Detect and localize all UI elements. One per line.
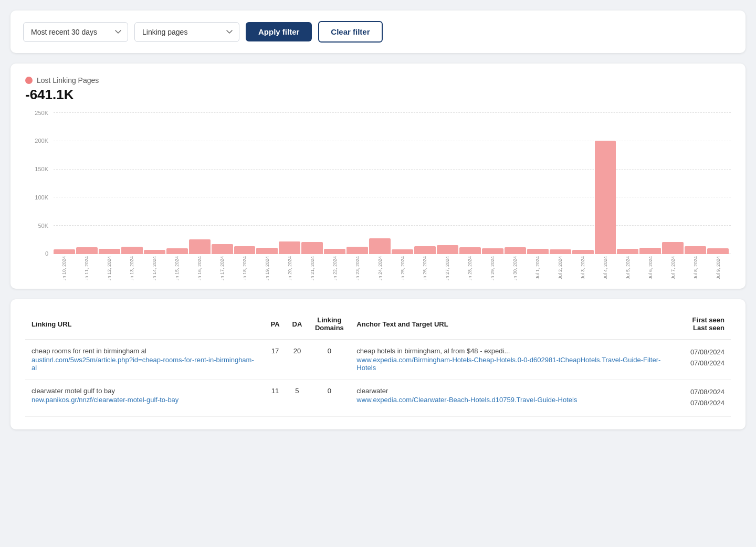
- x-label: Jun 16, 2024: [197, 256, 202, 280]
- bar-wrapper: [256, 112, 278, 254]
- cell-pa: 17: [264, 340, 286, 380]
- bar-wrapper: [572, 112, 594, 254]
- bar: [685, 246, 706, 254]
- url-link[interactable]: austinrl.com/5ws25m/article.php?id=cheap…: [32, 356, 258, 372]
- table-header: Linking URL PA DA Linking Domains Anchor…: [25, 312, 731, 340]
- x-label-wrapper: Jun 19, 2024: [256, 254, 278, 280]
- x-label-wrapper: Jun 13, 2024: [121, 254, 143, 280]
- x-label-wrapper: Jun 23, 2024: [346, 254, 368, 280]
- x-label-wrapper: Jun 17, 2024: [212, 254, 233, 280]
- cell-dates: 07/08/2024 07/08/2024: [684, 340, 731, 380]
- bar: [662, 242, 684, 254]
- x-label-wrapper: Jul 1, 2024: [527, 254, 549, 280]
- x-label: Jun 26, 2024: [422, 256, 427, 280]
- x-label: Jun 17, 2024: [219, 256, 225, 280]
- x-label-wrapper: Jun 18, 2024: [234, 254, 256, 280]
- x-label: Jul 3, 2024: [580, 256, 585, 279]
- bar: [707, 248, 729, 254]
- chart-legend: Lost Linking Pages: [25, 76, 731, 85]
- chart-card: Lost Linking Pages -641.1K 250K200K150K1…: [10, 64, 746, 289]
- col-header-anchor: Anchor Text and Target URL: [350, 312, 684, 340]
- time-range-select[interactable]: Most recent 30 daysLast 7 daysLast 90 da…: [23, 22, 128, 42]
- x-label: Jun 29, 2024: [490, 256, 495, 280]
- legend-label: Lost Linking Pages: [37, 76, 99, 85]
- x-label: Jun 21, 2024: [310, 256, 315, 280]
- bar-wrapper: [414, 112, 436, 254]
- x-label-wrapper: Jun 25, 2024: [392, 254, 413, 280]
- bar-wrapper: [459, 112, 481, 254]
- table-body: cheap rooms for rent in birmingham al au…: [25, 340, 731, 417]
- x-label-wrapper: Jul 4, 2024: [595, 254, 616, 280]
- clear-filter-button[interactable]: Clear filter: [318, 21, 382, 43]
- bar: [414, 246, 436, 254]
- header-last-seen: Last seen: [690, 324, 724, 332]
- bar: [617, 249, 638, 254]
- bar-wrapper: [212, 112, 233, 254]
- bar-wrapper: [144, 112, 165, 254]
- metric-select[interactable]: Linking pagesLinking domainsNew linking …: [134, 22, 239, 42]
- x-label-wrapper: Jun 12, 2024: [99, 254, 120, 280]
- bar: [595, 141, 616, 254]
- anchor-text: clearwater: [356, 387, 388, 395]
- x-label-wrapper: Jun 21, 2024: [301, 254, 323, 280]
- x-label: Jun 14, 2024: [152, 256, 157, 280]
- apply-filter-button[interactable]: Apply filter: [246, 22, 312, 41]
- x-label-wrapper: Jun 30, 2024: [505, 254, 526, 280]
- col-header-pa: PA: [264, 312, 286, 340]
- last-seen: 07/08/2024: [690, 358, 724, 369]
- anchor-link[interactable]: www.expedia.com/Birmingham-Hotels-Cheap-…: [356, 356, 678, 372]
- anchor-link[interactable]: www.expedia.com/Clearwater-Beach-Hotels.…: [356, 396, 678, 404]
- table-row: cheap rooms for rent in birmingham al au…: [25, 340, 731, 380]
- bar-wrapper: [437, 112, 458, 254]
- last-seen: 07/08/2024: [690, 398, 724, 409]
- x-label: Jul 2, 2024: [558, 256, 563, 279]
- y-label: 100K: [25, 194, 48, 201]
- y-label: 50K: [25, 223, 48, 229]
- x-label: Jun 12, 2024: [107, 256, 112, 280]
- bar: [99, 249, 120, 254]
- x-label-wrapper: Jun 14, 2024: [144, 254, 165, 280]
- bar: [279, 241, 300, 254]
- bar: [437, 245, 458, 254]
- bar: [234, 246, 256, 254]
- url-text: cheap rooms for rent in birmingham al: [32, 347, 146, 355]
- col-header-da: DA: [286, 312, 309, 340]
- bar: [369, 238, 391, 254]
- x-label-wrapper: Jun 24, 2024: [369, 254, 391, 280]
- bar: [189, 239, 211, 254]
- legend-dot: [25, 77, 33, 84]
- col-header-dates: First seenLast seen: [684, 312, 731, 340]
- bar: [482, 248, 503, 254]
- first-seen: 07/08/2024: [690, 347, 724, 358]
- x-label-wrapper: Jun 22, 2024: [324, 254, 345, 280]
- x-label: Jul 5, 2024: [625, 256, 631, 279]
- x-label: Jun 24, 2024: [377, 256, 383, 280]
- x-label: Jun 27, 2024: [445, 256, 450, 280]
- bar-wrapper: [76, 112, 98, 254]
- x-label-wrapper: Jun 16, 2024: [189, 254, 211, 280]
- bar-wrapper: [482, 112, 503, 254]
- x-label: Jun 23, 2024: [355, 256, 360, 280]
- table-card: Linking URL PA DA Linking Domains Anchor…: [10, 299, 746, 429]
- bar: [121, 247, 143, 254]
- x-label-wrapper: Jul 7, 2024: [662, 254, 684, 280]
- bar-wrapper: [54, 112, 75, 254]
- bar-wrapper: [324, 112, 345, 254]
- y-label: 200K: [25, 138, 48, 144]
- bar: [505, 247, 526, 254]
- x-label-wrapper: Jul 3, 2024: [572, 254, 594, 280]
- x-label-wrapper: Jun 27, 2024: [437, 254, 458, 280]
- col-header-url: Linking URL: [25, 312, 264, 340]
- x-label: Jul 6, 2024: [648, 256, 653, 279]
- x-label: Jun 10, 2024: [61, 256, 67, 280]
- x-label: Jul 4, 2024: [603, 256, 608, 279]
- cell-pa: 11: [264, 380, 286, 417]
- bar-wrapper: [685, 112, 706, 254]
- bar-wrapper: [550, 112, 571, 254]
- bar-wrapper: [707, 112, 729, 254]
- bar-wrapper: [301, 112, 323, 254]
- bar-wrapper: [189, 112, 211, 254]
- url-link[interactable]: new.panikos.gr/nnzf/clearwater-motel-gul…: [32, 396, 258, 404]
- x-label: Jul 7, 2024: [670, 256, 676, 279]
- filter-bar-card: Most recent 30 daysLast 7 daysLast 90 da…: [10, 10, 746, 53]
